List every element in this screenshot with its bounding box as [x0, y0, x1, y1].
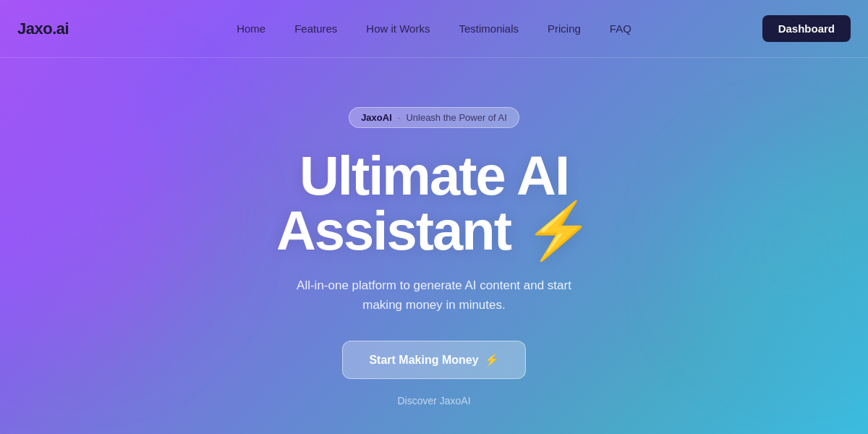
badge-brand: JaxoAI — [361, 112, 392, 123]
hero-badge: JaxoAI · Unleash the Power of AI — [349, 107, 519, 128]
hero-headline: Ultimate AI Assistant ⚡ — [276, 148, 592, 258]
hero-subheadline: All-in-one platform to generate AI conte… — [282, 276, 586, 315]
bolt-icon: ⚡ — [524, 203, 592, 258]
headline-line1: Ultimate AI — [299, 145, 569, 206]
cta-label: Start Making Money — [369, 354, 478, 367]
nav-home[interactable]: Home — [237, 22, 265, 35]
hero-section: JaxoAI · Unleash the Power of AI Ultimat… — [0, 58, 868, 434]
nav-how-it-works[interactable]: How it Works — [366, 22, 430, 35]
logo[interactable]: Jaxo.ai — [17, 20, 69, 38]
discover-link[interactable]: Discover JaxoAI — [397, 395, 470, 407]
badge-separator: · — [398, 112, 401, 123]
dashboard-button[interactable]: Dashboard — [762, 15, 851, 42]
nav-features[interactable]: Features — [294, 22, 337, 35]
page-wrapper: Jaxo.ai Home Features How it Works Testi… — [0, 0, 868, 434]
nav-faq[interactable]: FAQ — [610, 22, 631, 35]
badge-tagline: Unleash the Power of AI — [406, 112, 506, 123]
nav-links: Home Features How it Works Testimonials … — [237, 22, 631, 35]
cta-button[interactable]: Start Making Money ⚡ — [342, 341, 525, 379]
cta-bolt-icon: ⚡ — [485, 353, 499, 367]
headline-line2: Assistant — [276, 200, 511, 261]
nav-pricing[interactable]: Pricing — [548, 22, 581, 35]
nav-testimonials[interactable]: Testimonials — [459, 22, 519, 35]
navbar: Jaxo.ai Home Features How it Works Testi… — [0, 0, 868, 58]
